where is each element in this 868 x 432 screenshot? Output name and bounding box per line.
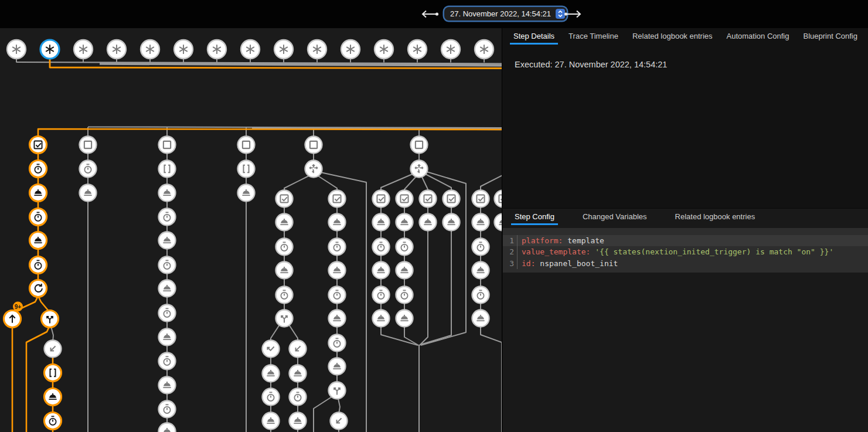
node-service-bell[interactable]	[159, 280, 176, 297]
tab-changed-variables[interactable]: Changed Variables	[581, 209, 648, 226]
node-timer[interactable]	[30, 257, 47, 274]
node-arrow-up[interactable]	[4, 311, 21, 328]
node-asterisk[interactable]	[441, 40, 460, 59]
node-service-bell[interactable]	[45, 389, 62, 406]
node-asterisk[interactable]	[308, 40, 326, 59]
node-checkbox[interactable]	[472, 191, 489, 208]
node-service-bell[interactable]	[30, 232, 47, 249]
node-brackets[interactable]	[45, 365, 62, 382]
node-service-bell[interactable]	[396, 310, 413, 327]
node-call-split[interactable]	[329, 382, 346, 399]
node-check-arrow[interactable]	[263, 341, 280, 358]
node-service-bell[interactable]	[373, 262, 390, 279]
node-timer[interactable]	[396, 239, 413, 256]
previous-trace-icon[interactable]	[420, 10, 440, 18]
node-checkbox[interactable]	[420, 191, 437, 208]
node-service-bell[interactable]	[495, 214, 503, 231]
node-service-bell[interactable]	[329, 262, 346, 279]
node-timer[interactable]	[276, 239, 293, 256]
tab-related-logbook-entries[interactable]: Related logbook entries	[631, 28, 714, 46]
node-asterisk[interactable]	[408, 40, 427, 59]
node-square[interactable]	[305, 137, 322, 154]
node-service-bell[interactable]	[472, 214, 489, 231]
node-square[interactable]	[238, 137, 255, 154]
node-timer[interactable]	[472, 239, 489, 256]
node-service-bell[interactable]	[290, 413, 307, 430]
node-arrow-down-left[interactable]	[331, 413, 348, 430]
node-timer[interactable]	[30, 209, 47, 226]
node-timer[interactable]	[276, 287, 293, 304]
trace-date-select[interactable]: 27. November 2022, 14:54:21	[444, 7, 567, 21]
node-call-split[interactable]	[276, 310, 293, 327]
node-service-bell[interactable]	[396, 262, 413, 279]
node-asterisk[interactable]	[475, 40, 493, 59]
node-timer[interactable]	[329, 287, 346, 304]
node-checkbox[interactable]	[329, 191, 346, 208]
node-checkbox[interactable]	[396, 191, 413, 208]
node-timer[interactable]	[30, 161, 47, 178]
node-asterisk[interactable]	[174, 40, 193, 59]
node-arrow-down-left[interactable]	[45, 341, 62, 358]
node-asterisk[interactable]	[74, 40, 93, 59]
node-choose[interactable]	[305, 161, 322, 178]
node-timer[interactable]	[159, 209, 176, 226]
node-service-bell[interactable]	[329, 310, 346, 327]
node-call-split[interactable]	[42, 311, 59, 328]
node-service-bell[interactable]	[159, 185, 176, 202]
node-timer[interactable]	[290, 389, 307, 406]
node-service-bell[interactable]	[396, 214, 413, 231]
node-service-bell[interactable]	[373, 214, 390, 231]
node-timer[interactable]	[329, 239, 346, 256]
node-square[interactable]	[411, 137, 428, 154]
node-service-bell[interactable]	[159, 423, 176, 432]
node-asterisk[interactable]	[141, 40, 159, 59]
node-service-bell[interactable]	[472, 262, 489, 279]
node-timer[interactable]	[329, 335, 346, 352]
node-timer[interactable]	[159, 305, 176, 322]
node-asterisk[interactable]	[241, 40, 260, 59]
node-service-bell[interactable]	[276, 262, 293, 279]
tab-blueprint-config[interactable]: Blueprint Config	[802, 28, 859, 46]
node-asterisk[interactable]	[7, 40, 26, 59]
node-timer[interactable]	[45, 413, 62, 430]
node-service-bell[interactable]	[472, 310, 489, 327]
node-service-bell[interactable]	[276, 214, 293, 231]
node-timer[interactable]	[472, 287, 489, 304]
node-timer[interactable]	[373, 239, 390, 256]
node-service-bell[interactable]	[159, 232, 176, 249]
tab-step-details[interactable]: Step Details	[512, 28, 556, 46]
node-service-bell[interactable]	[238, 185, 255, 202]
node-brackets[interactable]	[238, 161, 255, 178]
node-service-bell[interactable]	[329, 214, 346, 231]
node-service-bell[interactable]	[159, 377, 176, 394]
node-timer[interactable]	[159, 353, 176, 370]
node-checkbox[interactable]	[373, 191, 390, 208]
node-asterisk[interactable]	[274, 40, 293, 59]
node-timer[interactable]	[396, 287, 413, 304]
node-square[interactable]	[159, 137, 176, 154]
node-service-bell[interactable]	[373, 310, 390, 327]
node-service-bell[interactable]	[30, 185, 47, 202]
node-asterisk[interactable]	[40, 40, 59, 59]
node-timer[interactable]	[80, 161, 97, 178]
tab-related-logbook-entries[interactable]: Related logbook entries	[674, 209, 757, 226]
node-service-bell[interactable]	[263, 365, 280, 382]
node-checkbox[interactable]	[30, 137, 47, 154]
yaml-code-editor[interactable]: 1platform: template2value_template: '{{ …	[503, 228, 868, 273]
node-service-bell[interactable]	[420, 214, 437, 231]
node-service-bell[interactable]	[263, 413, 280, 430]
tab-automation-config[interactable]: Automation Config	[726, 28, 791, 46]
node-choose[interactable]	[411, 161, 428, 178]
node-asterisk[interactable]	[375, 40, 393, 59]
node-service-bell[interactable]	[290, 365, 307, 382]
node-service-bell[interactable]	[329, 358, 346, 375]
node-asterisk[interactable]	[107, 40, 126, 59]
node-service-bell[interactable]	[80, 185, 97, 202]
node-repeat[interactable]	[30, 280, 47, 297]
node-timer[interactable]	[373, 287, 390, 304]
node-service-bell[interactable]	[443, 214, 460, 231]
node-timer[interactable]	[159, 401, 176, 418]
node-checkbox[interactable]	[495, 191, 503, 208]
node-asterisk[interactable]	[207, 40, 226, 59]
node-checkbox[interactable]	[443, 191, 460, 208]
